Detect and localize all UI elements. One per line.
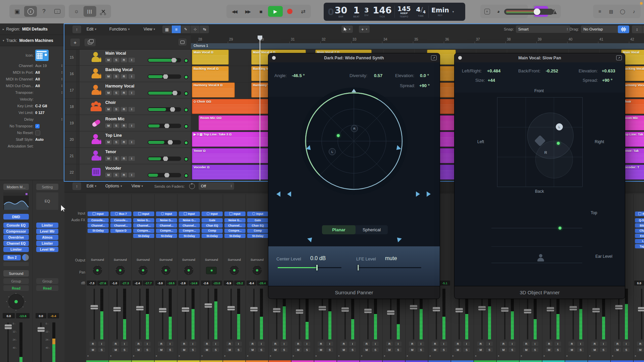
strip-disclosure-icon[interactable]: ▸ (224, 354, 226, 357)
strip-fader-slot[interactable] (230, 289, 232, 340)
strip-record-button[interactable]: R (386, 342, 393, 346)
strip-mute-button[interactable]: M (477, 348, 484, 352)
track-volume-slider[interactable] (148, 107, 181, 112)
track-i-button[interactable]: I (128, 90, 135, 95)
back-front-value[interactable]: -0.252 (546, 68, 558, 73)
strip-input-monitor-button[interactable]: I (144, 342, 151, 346)
audio-fx-slot[interactable]: Console EQ (3, 223, 29, 228)
object-right-badge[interactable]: R (544, 150, 547, 155)
grid-view-icon[interactable]: ▦ (162, 25, 171, 33)
output-button[interactable]: Surround (3, 270, 29, 277)
mixer-toggle-icon[interactable]: ||| (84, 6, 96, 17)
strip-disclosure-icon[interactable]: ▸ (475, 354, 477, 357)
strip-mute-button[interactable]: M (295, 348, 302, 352)
strip-plugin-slot[interactable]: Limit (635, 239, 644, 243)
pan-knob[interactable] (9, 294, 23, 309)
strip-mute-button[interactable]: M (614, 348, 621, 352)
lfe-level-slider[interactable] (358, 267, 421, 268)
strip-output[interactable]: Surround (155, 258, 177, 261)
strip-solo-button[interactable]: S (98, 348, 105, 352)
strip-plugin-slot[interactable]: St-Delay (156, 234, 177, 238)
track-s-button[interactable]: S (113, 140, 119, 144)
strip-record-button[interactable]: R (637, 342, 644, 346)
strip-input-monitor-button[interactable]: I (600, 342, 607, 346)
strip-fader-slot[interactable] (94, 289, 95, 340)
track-r-button[interactable]: R (121, 173, 127, 177)
lcd-chevron-icon[interactable]: ▾ (452, 10, 454, 13)
strip-record-button[interactable]: R (112, 342, 119, 346)
strip-plugin-slot[interactable]: Noise G... (224, 218, 246, 223)
strip-record-button[interactable]: R (523, 342, 530, 346)
channel-setting-button[interactable]: Modern M... (3, 184, 29, 190)
strip-disclosure-icon[interactable]: ▸ (247, 354, 249, 357)
track-row-top-line[interactable]: 20Top LineMSRI (64, 131, 191, 148)
strip-mute-button[interactable]: M (409, 348, 416, 352)
track-row-backing-vocal[interactable]: 16Backing VocalMSRI (64, 66, 191, 82)
send-slot[interactable]: Bus 2 (3, 255, 21, 260)
strip-plugin-slot[interactable]: Channel... (133, 223, 154, 228)
strip-disclosure-icon[interactable]: ▸ (521, 354, 522, 357)
object-panner-window[interactable]: Main Vocal: Slow Pan ↗ Left/Right: +0.48… (454, 53, 625, 299)
marker-chorus[interactable]: Chorus 1 (194, 44, 208, 48)
track-row-main-vocal[interactable]: 15Main VocalMSRI (64, 49, 191, 66)
strip-disclosure-icon[interactable]: ▸ (202, 354, 203, 357)
strip-name[interactable]: Ocean Bass (542, 360, 565, 362)
strip-fader-cap[interactable] (615, 305, 623, 309)
track-r-button[interactable]: R (121, 140, 127, 144)
play-button[interactable]: ▶ (268, 6, 283, 17)
strip-solo-button[interactable]: S (577, 348, 584, 352)
strip-fader-cap[interactable] (478, 306, 486, 310)
inspector-field-2[interactable]: MIDI In Port:All▴▾ (0, 69, 64, 76)
strip-input-monitor-button[interactable]: I (554, 342, 561, 346)
field-value[interactable]: 0 127 (35, 111, 45, 115)
track-r-button[interactable]: R (121, 123, 127, 128)
spherical-tab[interactable]: Spherical (356, 225, 388, 234)
track-s-button[interactable]: S (113, 107, 119, 112)
track-m-button[interactable]: M (105, 123, 112, 128)
cycle-button[interactable]: ⇄ (297, 6, 310, 17)
strip-disclosure-icon[interactable]: ▸ (133, 354, 135, 357)
library-icon[interactable]: ▣ (11, 6, 23, 17)
strip-disclosure-icon[interactable]: ▸ (110, 354, 112, 357)
strip-name[interactable]: Distant Harmonies (177, 360, 200, 362)
mixer-strip-distant-vocals[interactable]: InputNoise G...Channel...Compre...St-Del… (132, 194, 155, 362)
strip-input-monitor-button[interactable]: I (304, 342, 310, 346)
inspector-field-10[interactable]: No Transpose:✓ (0, 123, 64, 129)
track-fader-knob[interactable] (163, 157, 168, 161)
strip-plugin-slot[interactable]: Channel... (88, 223, 109, 228)
strip-solo-button[interactable]: S (486, 348, 493, 352)
hierarchy-up-icon[interactable]: ↑ (72, 25, 81, 33)
track-row-vocoder[interactable]: 22VocoderMSRI (64, 164, 191, 181)
track-fader-knob[interactable] (171, 58, 176, 62)
track-r-button[interactable]: R (121, 156, 127, 161)
strip-input-slot[interactable]: Bus 1... (635, 212, 644, 216)
strip-pan-knob[interactable] (184, 266, 193, 275)
strip-output[interactable]: Surround (177, 258, 200, 261)
duplicate-track-button[interactable] (85, 39, 96, 46)
send-knob[interactable] (22, 254, 29, 261)
strip-record-button[interactable]: R (591, 342, 598, 346)
marquee-icon[interactable]: ⊹ (191, 25, 200, 33)
strip-mute-button[interactable]: M (204, 348, 210, 352)
strip-solo-button[interactable]: S (304, 348, 310, 352)
marker-lane[interactable]: Chorus 1 (191, 43, 644, 49)
strip-fader-slot[interactable] (641, 289, 642, 340)
track-s-button[interactable]: S (113, 173, 119, 177)
input-monitor-button[interactable] (183, 157, 189, 162)
strip-plugin-slot[interactable]: Q-Samp... (635, 218, 644, 223)
input-monitor-button[interactable] (183, 173, 189, 178)
strip-name[interactable]: DMD Template Snare (634, 360, 644, 362)
forward-button[interactable]: ▶▶ (241, 6, 254, 17)
track-s-button[interactable]: S (113, 90, 119, 95)
strip-mute-button[interactable]: M (112, 348, 119, 352)
inspector-field-12[interactable]: Staff Style:Auto (0, 136, 64, 143)
strip-input-monitor-button[interactable]: I (463, 342, 470, 346)
track-row-choir[interactable]: 18ChoirMSRI (64, 99, 191, 115)
no-input-icon[interactable]: × (482, 6, 492, 17)
strip-pan-knob[interactable] (116, 266, 124, 275)
strip-solo-button[interactable]: S (600, 348, 607, 352)
lcd-div[interactable]: 3 (364, 7, 369, 13)
input-monitor-button[interactable] (183, 58, 189, 63)
field-stepper-icon[interactable]: ▴▾ (61, 64, 62, 67)
strip-mute-button[interactable]: M (226, 348, 233, 352)
